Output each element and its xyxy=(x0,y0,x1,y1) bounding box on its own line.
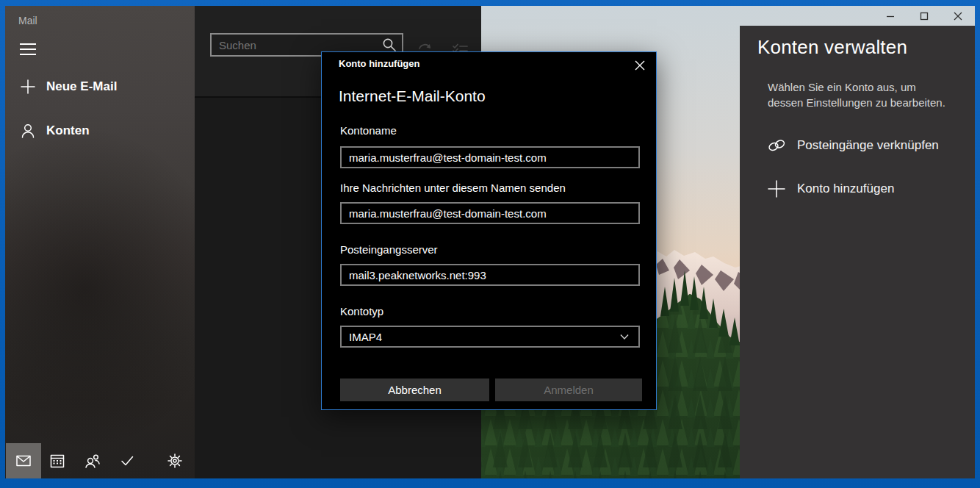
account-type-select[interactable]: IMAP4 xyxy=(340,326,640,348)
account-name-label: Kontoname xyxy=(340,124,397,137)
incoming-server-input[interactable] xyxy=(340,264,640,286)
close-icon xyxy=(954,12,962,21)
mail-app-window: Mail Neue E-Mail Konten xyxy=(5,6,975,478)
new-mail-button[interactable]: Neue E-Mail xyxy=(5,73,195,100)
nav-calendar-button[interactable] xyxy=(40,443,75,478)
window-caption-controls xyxy=(873,6,975,26)
link-inboxes-icon xyxy=(766,135,787,156)
bottom-navigation xyxy=(5,443,195,478)
dialog-title: Konto hinzufügen xyxy=(339,58,419,69)
nav-mail-button[interactable] xyxy=(6,443,41,478)
account-type-label: Kontotyp xyxy=(340,305,383,317)
sidebar-item-accounts[interactable]: Konten xyxy=(5,118,195,144)
account-name-input[interactable] xyxy=(340,146,640,168)
maximize-button[interactable] xyxy=(907,6,941,26)
search-icon[interactable] xyxy=(381,37,397,53)
settings-gear-icon xyxy=(166,452,184,470)
nav-settings-button[interactable] xyxy=(157,443,192,478)
app-title: Mail xyxy=(18,15,37,26)
nav-todo-button[interactable] xyxy=(109,443,145,478)
chevron-down-icon xyxy=(616,329,633,345)
hamburger-menu-button[interactable] xyxy=(20,43,36,57)
maximize-icon xyxy=(920,12,929,21)
calendar-icon xyxy=(49,453,65,469)
plus-icon xyxy=(20,79,36,95)
plus-icon xyxy=(766,179,787,199)
send-name-label: Ihre Nachrichten unter diesem Namen send… xyxy=(340,182,566,194)
close-window-button[interactable] xyxy=(941,6,975,26)
panel-title: Konten verwalten xyxy=(757,36,975,59)
dialog-heading: Internet-E-Mail-Konto xyxy=(339,87,486,105)
dialog-close-button[interactable] xyxy=(633,58,647,73)
minimize-icon xyxy=(886,12,895,21)
search-input[interactable] xyxy=(212,39,381,51)
manage-accounts-panel: Konten verwalten Wählen Sie ein Konto au… xyxy=(740,26,975,478)
link-inboxes-item[interactable]: Posteingänge verknüpfen xyxy=(740,129,975,162)
add-account-item[interactable]: Konto hinzufügen xyxy=(740,173,975,205)
signin-button[interactable]: Anmelden xyxy=(495,378,642,401)
person-icon xyxy=(20,123,36,139)
account-type-value: IMAP4 xyxy=(342,331,616,343)
send-name-input[interactable] xyxy=(340,202,640,224)
todo-check-icon xyxy=(119,453,135,469)
sidebar: Mail Neue E-Mail Konten xyxy=(5,6,195,478)
link-inboxes-label: Posteingänge verknüpfen xyxy=(797,138,939,153)
cancel-button[interactable]: Abbrechen xyxy=(340,378,489,401)
add-account-dialog: Konto hinzufügen Internet-E-Mail-Konto K… xyxy=(321,51,657,410)
new-mail-label: Neue E-Mail xyxy=(46,79,117,94)
people-icon xyxy=(84,453,101,469)
minimize-button[interactable] xyxy=(873,6,907,26)
mail-icon xyxy=(15,453,32,469)
nav-people-button[interactable] xyxy=(75,443,110,478)
accounts-label: Konten xyxy=(46,123,90,138)
panel-description: Wählen Sie ein Konto aus, um dessen Eins… xyxy=(768,79,953,110)
add-account-label: Konto hinzufügen xyxy=(797,182,894,196)
incoming-server-label: Posteingangsserver xyxy=(340,243,438,256)
